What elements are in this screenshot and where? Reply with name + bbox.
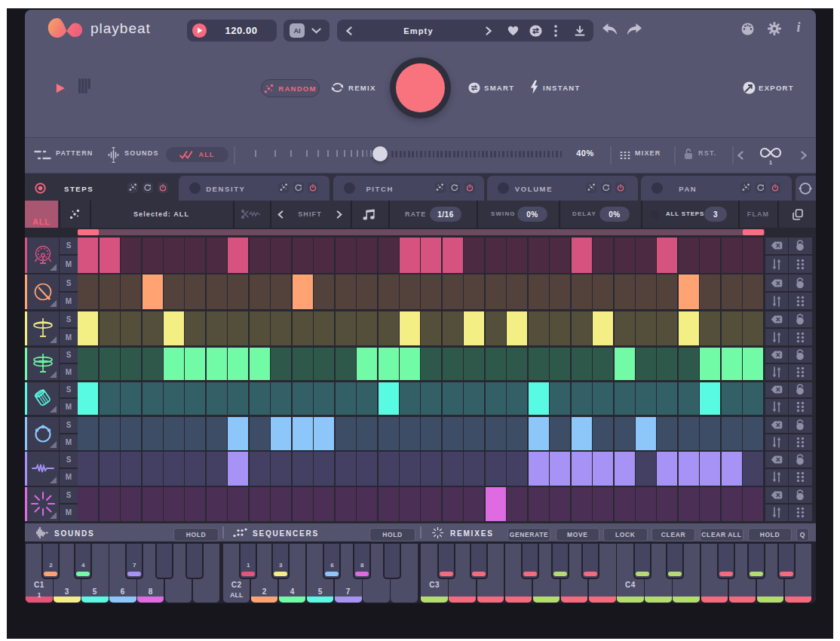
step-cell[interactable] [443,311,463,346]
sounds-mode-icon[interactable] [107,147,120,163]
step-cell[interactable] [207,274,227,309]
step-cell[interactable] [143,311,163,346]
pattern-prev-icon[interactable] [737,151,743,160]
step-cell[interactable] [379,274,399,309]
step-cell[interactable] [421,274,441,309]
step-cell[interactable] [550,348,570,381]
black-key-G#1[interactable] [155,544,173,579]
sound-cell-tambourine[interactable] [25,417,59,450]
solo-button[interactable]: S [60,348,78,363]
shift-left-icon[interactable] [277,210,284,219]
tab-power-button[interactable] [308,182,318,193]
step-cell[interactable] [615,238,635,273]
all-steps-value[interactable]: 3 [704,207,727,222]
step-cell[interactable] [507,238,527,273]
step-cell[interactable] [743,238,763,273]
row-drag-dots-button[interactable] [789,364,812,380]
step-cell[interactable] [636,348,656,381]
step-cell[interactable] [421,238,441,273]
infinity-loop-icon[interactable] [759,147,782,158]
step-cell[interactable] [228,382,248,416]
black-key-C#1[interactable]: 2 [41,544,60,579]
step-cell[interactable] [443,274,463,309]
step-cell[interactable] [293,348,313,381]
step-cell[interactable] [357,452,377,486]
step-cell[interactable] [164,452,184,486]
step-cell[interactable] [100,311,120,346]
row-flip-sliders-button[interactable] [765,469,789,485]
step-cell[interactable] [400,238,420,273]
tab-power-button[interactable] [464,182,475,193]
cut-scissors-icon[interactable] [241,210,261,219]
step-cell[interactable] [636,417,656,450]
rate-value[interactable]: 1/16 [430,207,461,222]
step-cell[interactable] [314,382,334,416]
step-cell[interactable] [400,382,420,416]
step-cell[interactable] [615,274,635,309]
step-cell[interactable] [78,452,98,486]
step-cell[interactable] [207,348,227,381]
random-button[interactable]: RANDOM [261,79,320,97]
step-cell[interactable] [293,452,313,486]
row-lock-button[interactable] [789,487,812,503]
footer-hold-button[interactable]: HOLD [748,528,792,541]
step-cell[interactable] [636,487,656,521]
smart-icon[interactable] [468,82,480,94]
step-cell[interactable] [314,274,334,309]
black-key-D#3[interactable] [470,544,488,579]
solo-button[interactable]: S [60,452,78,468]
step-cell[interactable] [679,452,699,486]
step-cell[interactable] [464,382,484,416]
step-cell[interactable] [593,348,613,381]
save-download-icon[interactable] [575,26,585,36]
instant-lightning-icon[interactable] [530,80,538,94]
rst-label[interactable]: RST. [698,149,716,157]
step-cell[interactable] [400,417,420,450]
step-cell[interactable] [379,382,399,416]
step-cell[interactable] [164,274,184,309]
step-cell[interactable] [100,487,120,521]
dice-icon[interactable] [69,209,80,219]
sequencers-hold-button[interactable]: HOLD [369,528,415,541]
step-cell[interactable] [722,348,742,381]
step-cell[interactable] [486,311,506,346]
preset-name[interactable]: Empty [351,20,486,41]
row-flip-sliders-button[interactable] [765,256,789,273]
step-cell[interactable] [443,417,463,450]
pattern-label[interactable]: PATTERN [56,149,94,157]
step-cell[interactable] [657,348,677,381]
step-cell[interactable] [700,348,720,381]
step-cell[interactable] [679,274,699,309]
step-cell[interactable] [271,238,291,273]
step-cell[interactable] [636,274,656,309]
step-cell[interactable] [78,417,98,450]
pattern-icon[interactable] [34,150,51,160]
step-cell[interactable] [314,487,334,521]
step-cell[interactable] [700,487,720,521]
step-cell[interactable] [228,487,248,521]
step-cell[interactable] [336,311,356,346]
step-cell[interactable] [443,487,463,521]
mixer-icon[interactable] [620,150,630,161]
black-key-A#3[interactable] [581,544,599,579]
sound-cell-crash[interactable] [25,487,59,521]
step-cell[interactable] [550,274,570,309]
step-cell[interactable] [121,452,141,486]
step-cell[interactable] [529,311,549,346]
mute-button[interactable]: M [60,329,78,345]
step-cell[interactable] [250,311,270,346]
step-cell[interactable] [679,311,699,346]
step-cell[interactable] [550,382,570,416]
footer-clear-all-button[interactable]: CLEAR ALL [700,528,743,541]
step-cell[interactable] [593,452,613,486]
step-cell[interactable] [357,487,377,521]
step-cell[interactable] [507,417,527,450]
step-cell[interactable] [572,487,592,521]
step-cell[interactable] [314,348,334,381]
black-key-F#2[interactable]: 6 [323,544,341,579]
tab-volume[interactable]: VOLUME [487,176,638,201]
row-flip-sliders-button[interactable] [765,364,789,380]
black-key-A#2[interactable] [383,544,401,579]
step-cell[interactable] [443,348,463,381]
step-cell[interactable] [271,417,291,450]
